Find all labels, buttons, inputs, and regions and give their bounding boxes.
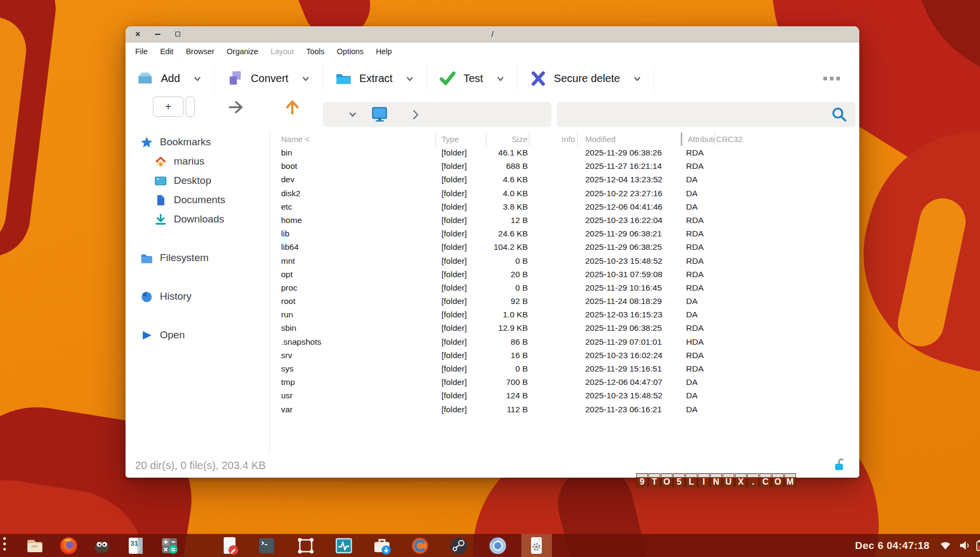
table-row[interactable]: root [folder] 92 B 2025-11-24 08:18:29 D… [270, 294, 859, 308]
chevron-down-icon[interactable] [349, 112, 357, 117]
add-button[interactable]: Add [126, 66, 215, 92]
test-button[interactable]: Test [427, 66, 518, 92]
breadcrumb[interactable] [323, 102, 551, 127]
titlebar[interactable]: × / [126, 26, 859, 42]
table-row[interactable]: sbin [folder] 12.9 KB 2025-11-29 06:38:2… [270, 321, 859, 335]
chevron-down-icon[interactable] [194, 76, 201, 81]
sidebar-item-downloads[interactable]: Downloads [126, 210, 269, 229]
chevron-down-icon[interactable] [302, 76, 310, 81]
software-store-icon[interactable] [372, 536, 392, 556]
file-modified: 2025-10-23 16:02:24 [578, 348, 681, 362]
menu-tools[interactable]: Tools [306, 47, 325, 56]
new-tab-button[interactable]: + [153, 96, 183, 117]
file-name: disk2 [270, 187, 436, 200]
column-header-type[interactable]: Type [436, 132, 487, 146]
table-row[interactable]: usr [folder] 124 B 2025-10-23 15:48:52 D… [270, 389, 859, 402]
calendar-icon[interactable]: 31 [126, 536, 146, 556]
menu-help[interactable]: Help [376, 47, 392, 56]
more-tools-button[interactable] [823, 77, 840, 80]
tab-handle[interactable] [186, 96, 195, 117]
screen-layout-icon[interactable] [296, 536, 316, 556]
table-row[interactable]: bin [folder] 46.1 KB 2025-11-29 06:38:26… [270, 146, 859, 159]
battery-icon[interactable] [972, 539, 980, 552]
desktop: × / File Edit Browser Organize Layout To… [0, 0, 980, 557]
column-header-crc32[interactable]: CRC32 [715, 132, 859, 146]
steam-icon[interactable] [448, 536, 469, 556]
search-input[interactable] [557, 102, 856, 127]
table-row[interactable]: home [folder] 12 B 2025-10-23 16:22:04 R… [270, 213, 859, 227]
table-row[interactable]: .snapshots [folder] 86 B 2025-11-29 07:0… [270, 335, 859, 348]
wifi-icon[interactable] [939, 539, 952, 552]
table-row[interactable]: var [folder] 112 B 2025-11-23 06:16:21 D… [270, 403, 859, 416]
file-list-panel: Name < Type Size Info Modified Attribute… [270, 132, 859, 453]
watermark-letter: N [710, 473, 722, 487]
table-row[interactable]: boot [folder] 688 B 2025-11-27 16:21:14 … [270, 159, 859, 173]
sidebar-item-documents[interactable]: Documents [126, 190, 269, 210]
chevron-down-icon[interactable] [406, 76, 414, 81]
file-modified: 2025-12-04 13:23:52 [578, 173, 681, 186]
table-row[interactable]: dev [folder] 4.6 KB 2025-12-04 13:23:52 … [270, 173, 859, 186]
settings-file-icon[interactable] [526, 536, 547, 556]
sidebar-item-bookmarks[interactable]: Bookmarks [126, 132, 269, 152]
table-row[interactable]: opt [folder] 20 B 2025-10-31 07:59:08 RD… [270, 268, 859, 281]
unlocked-padlock-icon[interactable] [834, 458, 846, 472]
table-row[interactable]: lib [folder] 24.6 KB 2025-11-29 06:38:21… [270, 227, 859, 240]
table-row[interactable]: mnt [folder] 0 B 2025-10-23 15:48:52 RDA [270, 254, 859, 268]
file-modified: 2025-10-23 16:22:04 [578, 213, 681, 227]
extract-button[interactable]: Extract [323, 66, 427, 92]
forward-arrow-icon[interactable] [227, 98, 246, 117]
secure-delete-button[interactable]: Secure delete [518, 66, 654, 92]
file-name: dev [270, 173, 436, 186]
calculator-icon[interactable] [159, 536, 180, 556]
table-row[interactable]: disk2 [folder] 4.0 KB 2025-10-22 23:27:1… [270, 187, 859, 200]
chromium-icon[interactable] [488, 536, 508, 556]
sidebar-item-history[interactable]: History [126, 287, 269, 306]
chevron-down-icon[interactable] [633, 76, 641, 81]
sidebar-item-filesystem[interactable]: Filesystem [126, 248, 269, 268]
terminal-icon[interactable] [256, 536, 277, 556]
file-type: [folder] [436, 294, 487, 308]
menu-file[interactable]: File [135, 47, 148, 56]
search-icon[interactable] [831, 106, 848, 123]
file-info [529, 362, 578, 375]
sidebar-item-home[interactable]: marius [126, 152, 269, 171]
column-header-name[interactable]: Name < [270, 132, 436, 146]
system-monitor-icon[interactable] [334, 536, 354, 556]
file-type: [folder] [436, 187, 487, 200]
menu-options[interactable]: Options [337, 47, 364, 56]
file-modified: 2025-11-29 06:38:25 [578, 240, 681, 254]
menu-organize[interactable]: Organize [227, 47, 259, 56]
up-arrow-icon[interactable] [283, 98, 302, 117]
file-info [529, 240, 578, 254]
taskbar-clock[interactable]: Dec 6 04:47:18 [855, 534, 930, 557]
menu-edit[interactable]: Edit [160, 47, 173, 56]
firefox-icon[interactable] [58, 536, 79, 556]
file-attributes: RDA [681, 321, 715, 335]
column-header-info[interactable]: Info [529, 132, 578, 146]
table-row[interactable]: run [folder] 1.0 KB 2025-12-03 16:15:23 … [270, 308, 859, 321]
app-menu-icon[interactable] [3, 537, 6, 551]
file-attributes: DA [681, 308, 715, 321]
sidebar-item-desktop[interactable]: Desktop [126, 171, 269, 190]
table-row[interactable]: tmp [folder] 700 B 2025-12-06 04:47:07 D… [270, 375, 859, 389]
table-row[interactable]: proc [folder] 0 B 2025-11-29 10:16:45 RD… [270, 281, 859, 294]
table-row[interactable]: sys [folder] 0 B 2025-11-29 15:16:51 RDA [270, 362, 859, 375]
table-row[interactable]: etc [folder] 3.8 KB 2025-12-06 04:41:46 … [270, 200, 859, 213]
menu-browser[interactable]: Browser [186, 47, 214, 56]
sidebar-item-open[interactable]: Open [126, 325, 269, 345]
text-editor-icon[interactable] [219, 536, 240, 556]
file-attributes: DA [681, 173, 715, 186]
file-manager-icon[interactable] [25, 536, 45, 556]
file-crc32 [715, 227, 859, 240]
table-row[interactable]: srv [folder] 16 B 2025-10-23 16:02:24 RD… [270, 348, 859, 362]
gimp-icon[interactable] [92, 536, 112, 556]
column-header-size[interactable]: Size [487, 132, 529, 146]
computer-icon[interactable] [371, 106, 389, 123]
column-header-attributes[interactable]: Attributes [681, 132, 715, 146]
xnview-icon[interactable] [410, 536, 430, 556]
chevron-down-icon[interactable] [497, 76, 504, 81]
convert-button[interactable]: Convert [215, 66, 323, 92]
column-header-modified[interactable]: Modified [578, 132, 681, 146]
table-row[interactable]: lib64 [folder] 104.2 KB 2025-11-29 06:38… [270, 240, 859, 254]
volume-icon[interactable] [958, 539, 971, 552]
